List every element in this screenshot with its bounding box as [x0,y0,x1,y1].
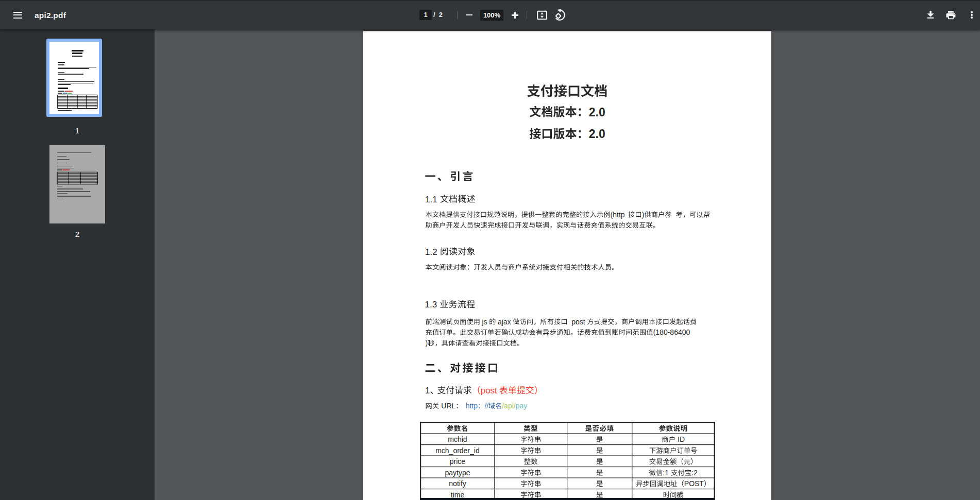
svg-text:notify: notify [449,479,466,488]
svg-text:ajax: ajax [498,318,511,326]
svg-text:pay: pay [516,402,528,410]
svg-text:js: js [482,318,487,326]
svg-text:1.3: 1.3 [425,300,437,309]
svg-text:post: post [571,318,585,326]
svg-text:price: price [450,457,466,465]
svg-text:POST: POST [684,479,704,488]
svg-text:URL: URL [441,402,455,410]
svg-text:post: post [481,386,497,395]
svg-text:1: 1 [425,386,430,395]
svg-text:): ) [426,339,428,347]
svg-text:2.0: 2.0 [589,106,605,119]
svg-text:time: time [451,491,465,499]
svg-text:paytype: paytype [445,469,470,477]
svg-text:(http: (http [611,211,625,219]
svg-text:/api/: /api/ [502,402,516,410]
svg-text:ID: ID [678,435,685,443]
svg-text:mch_order_id: mch_order_id [435,446,480,455]
svg-text:mchid: mchid [448,435,467,443]
svg-text:): ) [642,211,645,219]
svg-text:1.1: 1.1 [425,195,437,204]
svg-text:1.2: 1.2 [425,247,437,257]
svg-text:http: http [466,402,478,410]
svg-text:2.0: 2.0 [589,127,605,141]
svg-text:(180-86400: (180-86400 [653,328,690,336]
svg-text::1: :1 [663,469,669,477]
svg-text::2: :2 [691,469,698,477]
svg-text://: // [484,402,488,410]
